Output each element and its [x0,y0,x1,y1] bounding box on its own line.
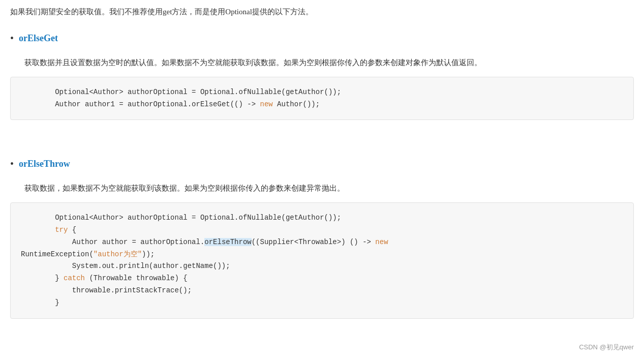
code-line-1a: Optional<Author> authorOptional = Option… [21,88,341,108]
bullet-dot-1: • [10,30,14,46]
code-block-1: Optional<Author> authorOptional = Option… [10,77,634,121]
section-title-1: orElseGet [19,31,58,46]
bullet-dot-2: • [10,156,14,172]
section1-description: 获取数据并且设置数据为空时的默认值。如果数据不为空就能获取到该数据。如果为空则根… [24,56,634,70]
bullet-item-1: • orElseGet [10,31,634,52]
section-orelsethrow: • orElseThrow 获取数据，如果数据不为空就能获取到该数据。如果为空则… [10,157,634,318]
code-s2-line1: Optional<Author> authorOptional = Option… [21,214,388,307]
section-orelseget: • orElseGet 获取数据并且设置数据为空时的默认值。如果数据不为空就能获… [10,31,634,120]
section2-description: 获取数据，如果数据不为空就能获取到该数据。如果为空则根据你传入的参数来创建异常抛… [24,182,634,195]
code-block-2: Optional<Author> authorOptional = Option… [10,202,634,318]
section-title-2: orElseThrow [19,157,70,171]
spacer [10,136,634,157]
bullet-item-2: • orElseThrow [10,157,634,177]
watermark: CSDN @初见qwer [579,342,634,353]
intro-text: 如果我们期望安全的获取值。我们不推荐使用get方法，而是使用Optional提供… [10,5,634,19]
page-container: 如果我们期望安全的获取值。我们不推荐使用get方法，而是使用Optional提供… [0,0,644,359]
